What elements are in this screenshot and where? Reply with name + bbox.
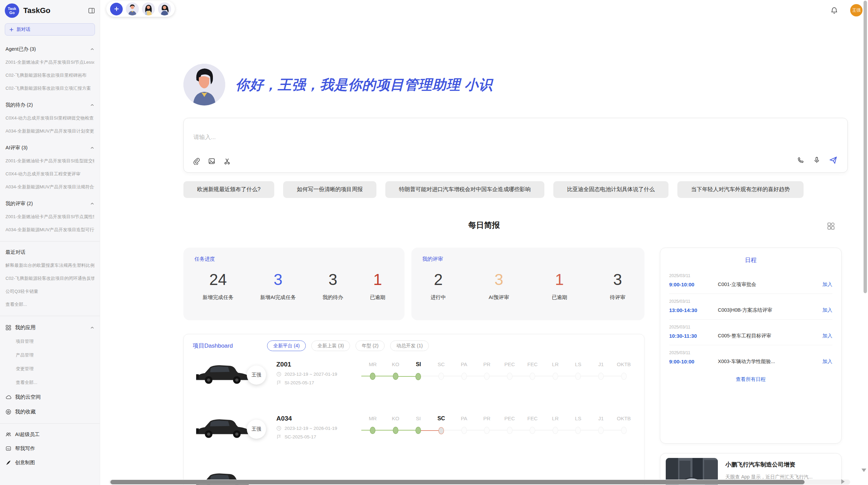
add-assistant-button[interactable] <box>110 3 123 15</box>
milestone: J1 <box>590 415 613 435</box>
input-toolbar-right <box>797 156 837 164</box>
chat-input[interactable] <box>193 133 537 154</box>
milestone-line <box>532 430 555 431</box>
join-link[interactable]: 加入 <box>822 333 832 339</box>
milestone-line <box>555 430 578 431</box>
suggestion-chip[interactable]: 特朗普可能对进口汽车增税会对中国车企造成哪些影响 <box>385 181 544 198</box>
flag-icon <box>276 380 281 385</box>
project-name[interactable]: A034 <box>276 415 361 422</box>
sidebar-item-my-cloud[interactable]: 我的云空间 <box>5 394 94 400</box>
view-all-schedule-link[interactable]: 查看所有日程 <box>669 376 832 383</box>
stat: 1已逾期 <box>552 271 567 301</box>
image-icon[interactable] <box>208 158 215 165</box>
sidebar-task-item[interactable]: Z001-全新燃油皮卡产品开发项目SI节点Lesson Learn报告 <box>5 59 94 65</box>
send-icon[interactable] <box>829 156 837 164</box>
write-icon <box>5 446 11 451</box>
sidebar-item-my-favorites[interactable]: 我的收藏 <box>5 409 94 415</box>
notification-bell-icon[interactable] <box>831 7 838 14</box>
app-sub-item[interactable]: 查看全部... <box>16 380 94 386</box>
sidebar-task-item[interactable]: C0X4-动力总成开发项目SI里程碑提交物检查 <box>5 115 94 121</box>
filter-pill[interactable]: 全新平台 (4) <box>267 340 306 351</box>
suggestion-chip[interactable]: 如何写一份清晰的项目周报 <box>283 181 376 198</box>
app-sub-item[interactable]: 产品管理 <box>16 352 94 358</box>
vertical-scrollbar-thumb[interactable] <box>864 1 867 293</box>
filter-pill[interactable]: 动总开发 (1) <box>390 340 429 351</box>
collapse-panel-icon[interactable] <box>87 7 96 15</box>
new-chat-button[interactable]: 新对话 <box>5 23 95 36</box>
sidebar-section-header[interactable]: AI评审 (3) <box>5 145 94 151</box>
assistant-avatar-2[interactable] <box>142 2 155 15</box>
sidebar-section-header[interactable]: Agent已办 (3) <box>5 46 94 52</box>
phone-icon[interactable] <box>797 157 804 164</box>
assistant-avatar-3[interactable] <box>158 2 171 15</box>
sidebar-task-item[interactable]: C0X4-动力总成开发项目工程变更评审 <box>5 171 94 177</box>
new-chat-label: 新对话 <box>16 26 31 33</box>
filter-pill[interactable]: 年型 (2) <box>355 340 385 351</box>
join-link[interactable]: 加入 <box>822 307 832 313</box>
app-sub-item[interactable]: 项目管理 <box>16 338 94 345</box>
scroll-right-arrow[interactable] <box>841 479 845 484</box>
microphone-icon[interactable] <box>813 157 820 164</box>
sidebar-task-item[interactable]: A034-全新新能源MUV产品开发项目计划变更表编写 <box>5 128 94 134</box>
recent-chat-item[interactable]: C02-飞腾新能源轻客改款项目的闭环通告反馈情况 <box>5 275 94 282</box>
scroll-down-arrow[interactable] <box>861 469 866 472</box>
milestone-label: SI <box>407 361 430 368</box>
suggestion-chip[interactable]: 当下年轻人对汽车外观有怎样的喜好趋势 <box>677 181 804 198</box>
milestone: FEC <box>521 361 544 381</box>
suggestion-chip[interactable]: 欧洲新规最近颁布了什么? <box>183 181 274 198</box>
milestone-dot <box>461 427 467 434</box>
app-sub-item[interactable]: 变更管理 <box>16 366 94 372</box>
sidebar-task-item[interactable]: Z001-全新燃油轻卡产品开发项目SI造型提交物评审 <box>5 158 94 164</box>
milestone: PR <box>475 415 498 435</box>
schedule-row: 9:00-10:00X003-车辆动力学性能验...加入 <box>669 358 832 365</box>
recent-chat-item[interactable]: 查看全部... <box>5 301 94 308</box>
milestone: SC <box>430 415 453 435</box>
dashboard-title: 项目Dashboard <box>193 342 233 350</box>
milestone: MR <box>361 361 384 381</box>
stat-label: 待评审 <box>610 294 625 301</box>
suggestion-chip[interactable]: 比亚迪全固态电池计划具体说了什么 <box>553 181 668 198</box>
ai-staff-icon <box>5 432 11 437</box>
milestone-line <box>578 430 601 431</box>
milestone-label: J1 <box>590 361 613 367</box>
sidebar-task-item[interactable]: C02-飞腾新能源轻客改款项目里程碑画布 <box>5 72 94 78</box>
schedule-title-text: C005-整车工程目标评审 <box>718 333 822 339</box>
sidebar-body: Agent已办 (3)Z001-全新燃油皮卡产品开发项目SI节点Lesson L… <box>0 46 100 466</box>
milestone: OKTB <box>612 361 635 381</box>
project-name[interactable]: Z001 <box>276 361 361 368</box>
milestone: KO <box>384 361 407 381</box>
sidebar-tool-item[interactable]: 帮我写作 <box>5 445 94 452</box>
sidebar-task-item[interactable]: A034-全新新能源MUV产品开发项目法规符合性评审 <box>5 184 94 190</box>
milestone: PEC <box>498 361 521 381</box>
sidebar-task-item[interactable]: Z001-全新燃油轻卡产品开发项目SI节点属性5D文件评审 <box>5 214 94 220</box>
join-link[interactable]: 加入 <box>822 358 832 365</box>
sidebar-item-my-apps[interactable]: 我的应用 <box>5 324 94 331</box>
divider <box>0 423 100 424</box>
milestone-label: PEC <box>498 415 521 421</box>
join-link[interactable]: 加入 <box>822 281 832 288</box>
milestone-line <box>601 430 624 431</box>
schedule-card: 日程 2025/03/119:00-10:00C001-立项审批会加入2025/… <box>660 248 842 444</box>
sidebar-task-item[interactable]: A034-全新新能源MUV产品开发项目造型可行性评审 <box>5 227 94 233</box>
sidebar-tool-item[interactable]: 创意制图 <box>5 459 94 466</box>
milestone-label: OKTB <box>612 415 635 421</box>
filter-pill[interactable]: 全新上装 (3) <box>311 340 350 351</box>
milestone-line <box>510 376 533 376</box>
stat-value: 1 <box>552 271 567 289</box>
recent-chat-item[interactable]: 解释最新出台的欧盟报废车法规再生塑料比例被调至15%... <box>5 262 94 269</box>
layout-grid-icon[interactable] <box>827 222 835 230</box>
sidebar-section-header[interactable]: 我的评审 (2) <box>5 200 94 207</box>
sidebar-task-item[interactable]: C02-飞腾新能源轻客改款项目立项汇报方案 <box>5 85 94 91</box>
paperclip-icon[interactable] <box>193 158 200 165</box>
sidebar-section-header[interactable]: 我的待办 (2) <box>5 102 94 108</box>
assistant-avatar-1[interactable] <box>126 2 139 15</box>
schedule-title: 日程 <box>669 256 832 264</box>
horizontal-scrollbar-thumb[interactable] <box>110 480 805 484</box>
milestone-label: FEC <box>521 415 544 421</box>
divider <box>0 316 100 316</box>
sidebar-tool-item[interactable]: AI超级员工 <box>5 431 94 438</box>
milestone-dot <box>461 373 467 380</box>
user-avatar[interactable]: 王强 <box>850 4 863 16</box>
recent-chat-item[interactable]: 公司Q3轻卡销量 <box>5 288 94 295</box>
scissors-icon[interactable] <box>224 158 231 165</box>
